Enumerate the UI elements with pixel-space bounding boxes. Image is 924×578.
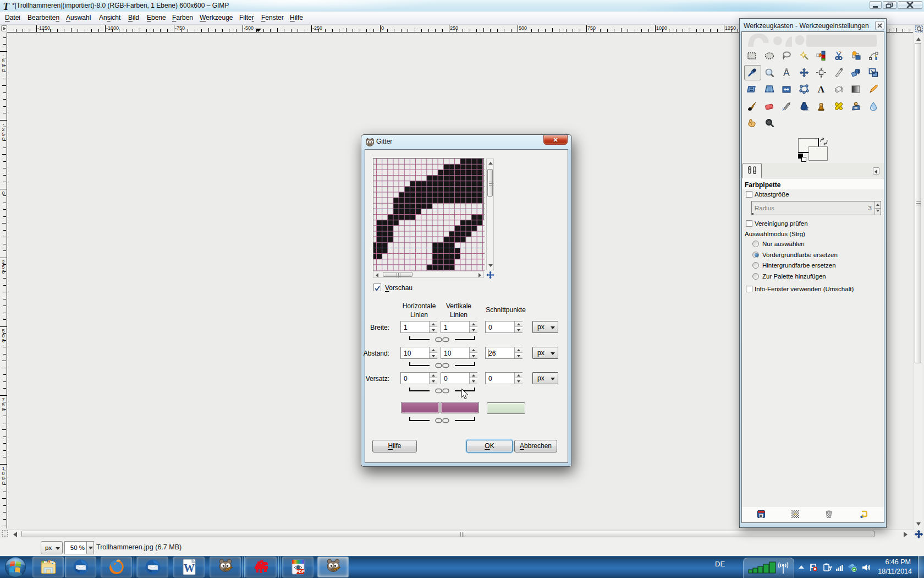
svg-text:W: W (184, 562, 195, 574)
svg-text:A: A (818, 84, 825, 94)
svg-text:PDF: PDF (296, 569, 304, 574)
